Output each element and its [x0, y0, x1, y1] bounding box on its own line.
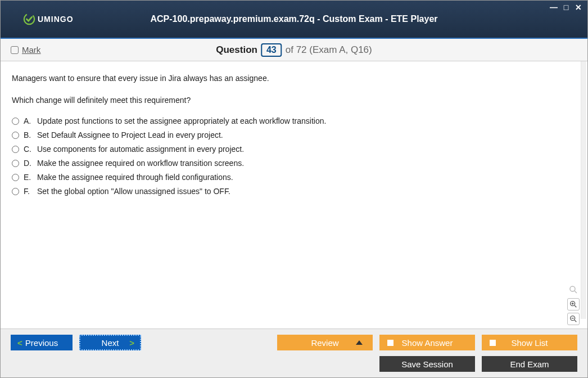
question-line-1: Managers want to ensure that every issue…: [12, 73, 576, 84]
answer-option[interactable]: F. Set the global option "Allow unassign…: [12, 187, 576, 196]
content-area: Managers want to ensure that every issue…: [1, 61, 587, 328]
scrollbar[interactable]: [581, 61, 586, 319]
footer: < Previous Next > Review Show Answer Sho…: [1, 328, 587, 377]
svg-point-1: [570, 286, 575, 291]
radio-icon[interactable]: [12, 132, 19, 139]
minimize-icon[interactable]: —: [549, 3, 558, 12]
next-button[interactable]: Next >: [79, 335, 141, 350]
question-label: Question: [216, 44, 257, 56]
answer-letter: A.: [24, 116, 33, 125]
show-answer-button[interactable]: Show Answer: [379, 335, 475, 350]
end-exam-label: End Exam: [510, 359, 549, 369]
svg-line-4: [575, 305, 576, 307]
titlebar: UMINGO ACP-100.prepaway.premium.exam.72q…: [1, 1, 587, 39]
radio-icon[interactable]: [12, 118, 19, 125]
answer-option[interactable]: E. Make the assignee required through fi…: [12, 173, 576, 182]
question-total: of 72 (Exam A, Q16): [286, 44, 372, 56]
mark-label: Mark: [22, 45, 40, 55]
square-icon: [490, 340, 496, 346]
answer-text: Make the assignee required through field…: [37, 173, 233, 182]
search-icon[interactable]: [567, 284, 580, 296]
brand-logo: UMINGO: [23, 13, 74, 25]
answer-option[interactable]: D. Make the assignee required on workflo…: [12, 159, 576, 168]
close-icon[interactable]: ✕: [574, 3, 583, 12]
brand-text: UMINGO: [38, 15, 74, 24]
question-indicator: Question 43 of 72 (Exam A, Q16): [216, 43, 372, 57]
zoom-in-icon[interactable]: [567, 298, 580, 310]
show-answer-label: Show Answer: [402, 338, 453, 348]
answer-option[interactable]: A. Update post functions to set the assi…: [12, 116, 576, 125]
show-list-label: Show List: [511, 338, 548, 348]
show-list-button[interactable]: Show List: [482, 335, 577, 350]
radio-icon[interactable]: [12, 160, 19, 167]
previous-label: Previous: [25, 338, 58, 348]
svg-line-8: [575, 320, 576, 322]
previous-button[interactable]: < Previous: [11, 335, 73, 350]
maximize-icon[interactable]: □: [562, 3, 571, 12]
question-text: Managers want to ensure that every issue…: [12, 73, 576, 106]
zoom-out-icon[interactable]: [567, 313, 580, 325]
radio-icon[interactable]: [12, 174, 19, 181]
mark-toggle[interactable]: Mark: [11, 45, 40, 55]
answer-text: Make the assignee required on workflow t…: [37, 159, 244, 168]
answer-option[interactable]: B. Set Default Assignee to Project Lead …: [12, 130, 576, 140]
question-number: 43: [261, 43, 282, 57]
radio-icon[interactable]: [12, 188, 19, 195]
review-button[interactable]: Review: [277, 335, 373, 350]
footer-row-2: Save Session End Exam: [11, 356, 577, 372]
answer-letter: C.: [24, 145, 33, 154]
answers-list: A. Update post functions to set the assi…: [12, 116, 576, 196]
square-icon: [387, 340, 393, 346]
mark-checkbox[interactable]: [11, 46, 19, 54]
triangle-up-icon: [356, 340, 363, 345]
chevron-left-icon: <: [17, 338, 22, 348]
checkmark-icon: [23, 13, 35, 25]
answer-text: Set Default Assignee to Project Lead in …: [37, 130, 223, 140]
next-label: Next: [102, 338, 119, 348]
question-line-2: Which change will definitely meet this r…: [12, 94, 576, 106]
answer-letter: E.: [24, 173, 33, 182]
save-session-button[interactable]: Save Session: [379, 356, 475, 372]
answer-text: Use components for automatic assignment …: [37, 145, 244, 154]
answer-letter: F.: [24, 187, 33, 196]
review-label: Review: [311, 338, 338, 348]
window-controls: — □ ✕: [549, 3, 583, 12]
content-wrap: Managers want to ensure that every issue…: [1, 61, 587, 328]
question-header: Mark Question 43 of 72 (Exam A, Q16): [1, 39, 587, 61]
answer-option[interactable]: C. Use components for automatic assignme…: [12, 145, 576, 154]
zoom-controls: [567, 284, 580, 325]
answer-letter: D.: [24, 159, 33, 168]
end-exam-button[interactable]: End Exam: [482, 356, 577, 372]
app-window: UMINGO ACP-100.prepaway.premium.exam.72q…: [0, 0, 588, 378]
svg-line-2: [575, 291, 577, 293]
window-title: ACP-100.prepaway.premium.exam.72q - Cust…: [150, 14, 437, 24]
answer-letter: B.: [24, 130, 33, 140]
radio-icon[interactable]: [12, 146, 19, 153]
chevron-right-icon: >: [129, 338, 134, 348]
answer-text: Update post functions to set the assigne…: [37, 116, 326, 125]
footer-row-1: < Previous Next > Review Show Answer Sho…: [11, 335, 577, 350]
save-session-label: Save Session: [401, 359, 453, 369]
answer-text: Set the global option "Allow unassigned …: [37, 187, 230, 196]
